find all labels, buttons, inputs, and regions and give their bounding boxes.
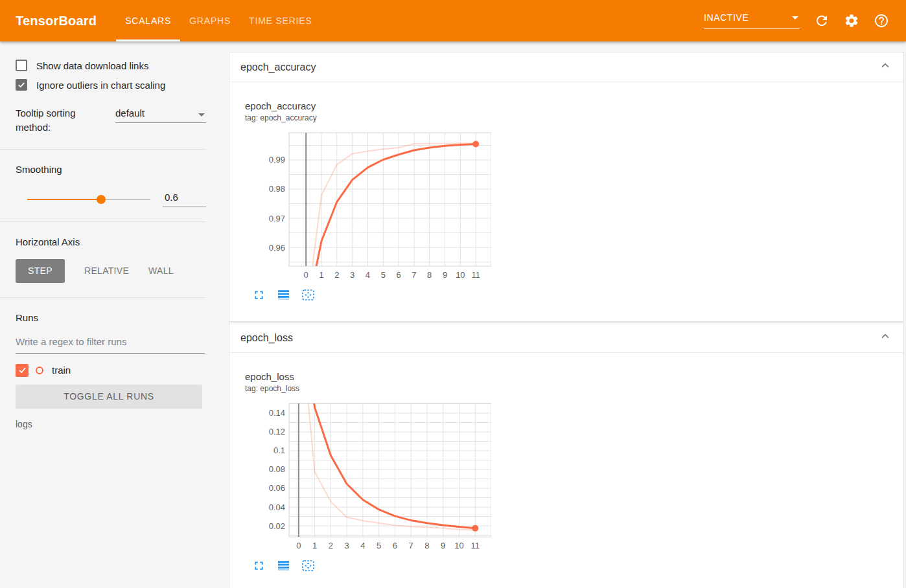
checkmark-icon (17, 80, 26, 89)
app-header: TensorBoard SCALARS GRAPHS TIME SERIES I… (0, 0, 906, 41)
line-chart-epoch-loss[interactable]: 0.020.040.060.080.10.120.140123456789101… (245, 396, 491, 554)
show-download-links-checkbox[interactable] (16, 60, 27, 71)
lines-icon (277, 288, 290, 302)
tooltip-sorting-value: default (115, 107, 145, 119)
sidebar-divider (0, 149, 206, 150)
runs-footer-label: logs (16, 419, 206, 429)
svg-text:1: 1 (319, 270, 323, 280)
log-scale-toggle-button[interactable] (277, 559, 290, 572)
card-header-epoch-accuracy[interactable]: epoch_accuracy (229, 52, 903, 82)
refresh-icon (814, 13, 830, 28)
run-train-label: train (52, 365, 71, 376)
runs-heading: Runs (16, 312, 206, 323)
axis-relative-button[interactable]: RELATIVE (84, 266, 129, 276)
svg-text:9: 9 (441, 541, 445, 550)
expand-chart-button[interactable] (252, 559, 266, 572)
svg-text:0.99: 0.99 (269, 155, 285, 164)
fullscreen-icon (252, 288, 266, 302)
svg-text:0.97: 0.97 (269, 214, 285, 223)
chart-title: epoch_accuracy (245, 100, 903, 111)
svg-text:8: 8 (424, 541, 429, 550)
expand-chart-button[interactable] (252, 288, 266, 302)
help-icon (874, 13, 889, 28)
log-scale-toggle-button[interactable] (277, 288, 290, 302)
tab-graphs[interactable]: GRAPHS (180, 0, 240, 41)
card-title: epoch_accuracy (240, 62, 316, 73)
svg-text:5: 5 (377, 541, 381, 550)
run-train-checkbox[interactable] (16, 364, 29, 377)
svg-text:0.96: 0.96 (269, 243, 285, 253)
smoothing-value[interactable]: 0.6 (163, 192, 206, 207)
svg-text:0.12: 0.12 (269, 427, 285, 436)
chevron-up-icon (879, 330, 892, 343)
smoothing-heading: Smoothing (16, 164, 206, 175)
app-title: TensorBoard (16, 14, 97, 28)
run-filter-input[interactable] (16, 336, 205, 354)
svg-text:10: 10 (456, 270, 465, 280)
svg-text:3: 3 (350, 270, 354, 280)
chevron-up-icon (879, 60, 892, 73)
collapse-card-button[interactable] (877, 330, 893, 346)
gear-icon (844, 13, 859, 28)
chevron-down-icon (198, 113, 205, 117)
lines-icon (277, 559, 290, 572)
horizontal-axis-heading: Horizontal Axis (16, 236, 206, 247)
axis-wall-button[interactable]: WALL (148, 266, 174, 276)
svg-text:6: 6 (396, 270, 401, 280)
ignore-outliers-label: Ignore outliers in chart scaling (36, 80, 165, 91)
header-controls: INACTIVE (704, 12, 889, 29)
reload-status-dropdown[interactable]: INACTIVE (704, 12, 800, 29)
tab-scalars[interactable]: SCALARS (116, 0, 180, 41)
checkmark-icon (17, 365, 27, 375)
help-button[interactable] (874, 13, 889, 28)
svg-text:11: 11 (471, 270, 480, 280)
scalar-card-epoch-accuracy: epoch_accuracy epoch_accuracy tag: epoch… (229, 52, 904, 322)
svg-text:4: 4 (360, 541, 365, 550)
chart-title: epoch_loss (245, 371, 903, 382)
sidebar-divider (0, 297, 206, 298)
chevron-down-icon (792, 16, 798, 19)
ignore-outliers-checkbox[interactable] (16, 79, 27, 91)
svg-text:4: 4 (366, 270, 370, 280)
toggle-all-runs-button[interactable]: TOGGLE ALL RUNS (16, 385, 202, 409)
svg-text:7: 7 (412, 270, 416, 280)
svg-text:11: 11 (470, 541, 480, 550)
svg-text:0.08: 0.08 (269, 464, 285, 474)
fit-domain-button[interactable] (301, 288, 315, 302)
svg-text:0.98: 0.98 (269, 184, 285, 194)
svg-text:0.02: 0.02 (269, 521, 285, 531)
svg-text:0.14: 0.14 (269, 408, 285, 418)
sidebar-divider (0, 221, 206, 222)
collapse-card-button[interactable] (877, 60, 893, 75)
svg-text:7: 7 (409, 541, 413, 550)
settings-button[interactable] (844, 13, 859, 28)
fit-to-data-icon (301, 288, 315, 302)
tooltip-sorting-label: Tooltip sorting method: (16, 106, 106, 135)
svg-text:9: 9 (443, 270, 447, 280)
scalar-card-epoch-loss: epoch_loss epoch_loss tag: epoch_loss 0.… (229, 322, 904, 588)
card-header-epoch-loss[interactable]: epoch_loss (229, 323, 903, 353)
svg-text:0: 0 (304, 270, 308, 280)
axis-step-button[interactable]: STEP (16, 259, 65, 283)
svg-text:0.04: 0.04 (269, 503, 285, 512)
chart-actions (252, 288, 903, 302)
reload-status-value: INACTIVE (704, 12, 749, 23)
tab-bar: SCALARS GRAPHS TIME SERIES (116, 0, 321, 41)
smoothing-slider[interactable] (27, 195, 150, 204)
chart-actions (252, 559, 903, 572)
tab-time-series[interactable]: TIME SERIES (240, 0, 321, 41)
fit-domain-button[interactable] (301, 559, 315, 572)
main-content: epoch_accuracy epoch_accuracy tag: epoch… (229, 52, 904, 588)
svg-text:8: 8 (427, 270, 432, 280)
svg-text:2: 2 (334, 270, 339, 280)
line-chart-epoch-accuracy[interactable]: 0.960.970.980.9901234567891011 (245, 125, 491, 283)
refresh-button[interactable] (814, 13, 830, 28)
show-download-links-label: Show data download links (36, 60, 148, 71)
tooltip-sorting-dropdown[interactable]: default (115, 107, 206, 123)
smoothing-slider-thumb[interactable] (97, 195, 106, 204)
svg-text:6: 6 (393, 541, 397, 550)
sidebar: Show data download links Ignore outliers… (0, 41, 207, 588)
run-row-train: train (16, 364, 206, 377)
run-color-swatch[interactable] (36, 367, 43, 374)
svg-text:0.1: 0.1 (273, 446, 285, 455)
